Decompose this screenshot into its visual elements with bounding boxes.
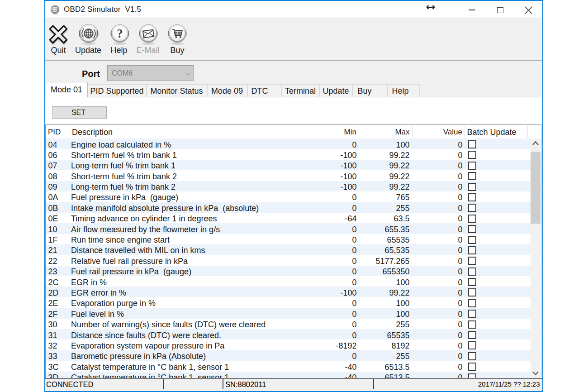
svg-text:?: ?: [117, 27, 123, 40]
